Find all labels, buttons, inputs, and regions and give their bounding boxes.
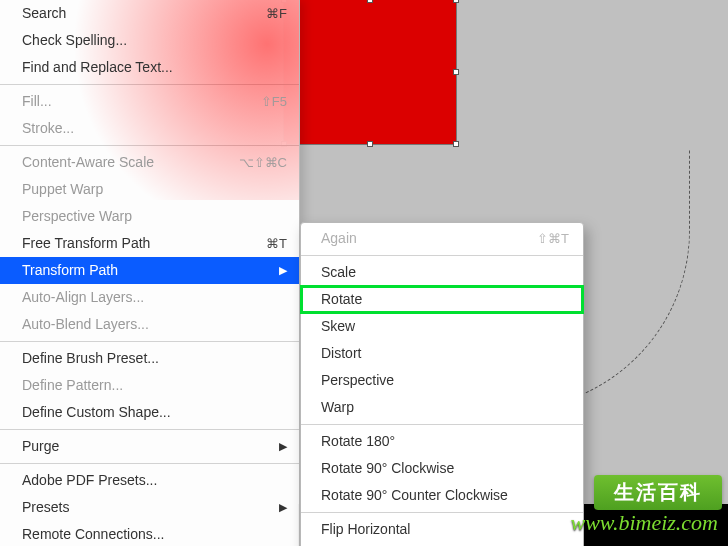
menu-shortcut: ⇧⌘T (537, 229, 569, 248)
watermark-url: www.bimeiz.com (571, 510, 718, 536)
submenu-arrow-icon: ▶ (271, 261, 287, 280)
submenu-item-distort[interactable]: Distort (301, 340, 583, 367)
menu-label: Perspective (321, 371, 394, 390)
menu-label: Rotate 90° Counter Clockwise (321, 486, 508, 505)
menu-label: Scale (321, 263, 356, 282)
menu-shortcut: ⌥⇧⌘C (239, 153, 287, 172)
menu-shortcut: ⌘T (266, 234, 287, 253)
menu-label: Puppet Warp (22, 180, 103, 199)
menu-item-adobe-pdf-presets[interactable]: Adobe PDF Presets... (0, 467, 299, 494)
menu-label: Content-Aware Scale (22, 153, 154, 172)
menu-item-fill: Fill... ⇧F5 (0, 88, 299, 115)
menu-separator (301, 512, 583, 513)
submenu-item-perspective[interactable]: Perspective (301, 367, 583, 394)
menu-item-content-aware-scale: Content-Aware Scale ⌥⇧⌘C (0, 149, 299, 176)
submenu-item-scale[interactable]: Scale (301, 259, 583, 286)
menu-label: Warp (321, 398, 354, 417)
submenu-arrow-icon: ▶ (271, 437, 287, 456)
selection-handle[interactable] (453, 0, 459, 3)
selection-handle[interactable] (367, 141, 373, 147)
watermark-badge-text: 生活百科 (614, 481, 702, 503)
selection-handle[interactable] (453, 141, 459, 147)
menu-item-auto-blend-layers: Auto-Blend Layers... (0, 311, 299, 338)
menu-label: Find and Replace Text... (22, 58, 173, 77)
submenu-item-skew[interactable]: Skew (301, 313, 583, 340)
submenu-item-rotate-180[interactable]: Rotate 180° (301, 428, 583, 455)
menu-item-perspective-warp: Perspective Warp (0, 203, 299, 230)
submenu-item-again: Again ⇧⌘T (301, 225, 583, 252)
menu-separator (0, 341, 299, 342)
edit-menu: Search ⌘F Check Spelling... Find and Rep… (0, 0, 300, 546)
menu-separator (0, 429, 299, 430)
menu-separator (301, 255, 583, 256)
submenu-arrow-icon: ▶ (271, 498, 287, 517)
menu-item-check-spelling[interactable]: Check Spelling... (0, 27, 299, 54)
menu-separator (0, 145, 299, 146)
menu-item-puppet-warp: Puppet Warp (0, 176, 299, 203)
menu-label: Purge (22, 437, 59, 456)
menu-label: Define Pattern... (22, 376, 123, 395)
menu-item-find-replace[interactable]: Find and Replace Text... (0, 54, 299, 81)
menu-label: Define Brush Preset... (22, 349, 159, 368)
menu-label: Flip Horizontal (321, 520, 410, 539)
menu-label: Skew (321, 317, 355, 336)
selection-handle[interactable] (453, 69, 459, 75)
menu-label: Auto-Blend Layers... (22, 315, 149, 334)
menu-separator (0, 84, 299, 85)
menu-label: Auto-Align Layers... (22, 288, 144, 307)
menu-shortcut: ⇧F5 (261, 92, 287, 111)
menu-item-free-transform-path[interactable]: Free Transform Path ⌘T (0, 230, 299, 257)
red-shape-front[interactable] (284, 0, 456, 144)
menu-label: Search (22, 4, 66, 23)
submenu-item-flip-horizontal[interactable]: Flip Horizontal (301, 516, 583, 543)
menu-label: Adobe PDF Presets... (22, 471, 157, 490)
menu-label: Rotate 90° Clockwise (321, 459, 454, 478)
menu-label: Remote Connections... (22, 525, 164, 544)
menu-item-transform-path[interactable]: Transform Path ▶ (0, 257, 299, 284)
menu-item-define-brush-preset[interactable]: Define Brush Preset... (0, 345, 299, 372)
watermark-badge: 生活百科 (594, 475, 722, 510)
menu-label: Define Custom Shape... (22, 403, 171, 422)
menu-label: Fill... (22, 92, 52, 111)
menu-label: Rotate 180° (321, 432, 395, 451)
submenu-item-rotate-90-ccw[interactable]: Rotate 90° Counter Clockwise (301, 482, 583, 509)
menu-label: Again (321, 229, 357, 248)
submenu-item-rotate-90-cw[interactable]: Rotate 90° Clockwise (301, 455, 583, 482)
menu-label: Perspective Warp (22, 207, 132, 226)
menu-item-purge[interactable]: Purge ▶ (0, 433, 299, 460)
menu-item-define-pattern: Define Pattern... (0, 372, 299, 399)
menu-shortcut: ⌘F (266, 4, 287, 23)
menu-separator (0, 463, 299, 464)
menu-separator (301, 424, 583, 425)
menu-label: Transform Path (22, 261, 118, 280)
selection-handle[interactable] (367, 0, 373, 3)
submenu-item-rotate[interactable]: Rotate (301, 286, 583, 313)
menu-label: Check Spelling... (22, 31, 127, 50)
menu-item-remote-connections[interactable]: Remote Connections... (0, 521, 299, 546)
menu-label: Stroke... (22, 119, 74, 138)
menu-item-define-custom-shape[interactable]: Define Custom Shape... (0, 399, 299, 426)
menu-item-search[interactable]: Search ⌘F (0, 0, 299, 27)
menu-label: Presets (22, 498, 69, 517)
transform-path-submenu: Again ⇧⌘T Scale Rotate Skew Distort Pers… (300, 222, 584, 546)
menu-item-presets[interactable]: Presets ▶ (0, 494, 299, 521)
menu-item-auto-align-layers: Auto-Align Layers... (0, 284, 299, 311)
menu-item-stroke: Stroke... (0, 115, 299, 142)
menu-label: Distort (321, 344, 361, 363)
submenu-item-warp[interactable]: Warp (301, 394, 583, 421)
menu-label: Free Transform Path (22, 234, 150, 253)
menu-label: Rotate (321, 290, 362, 309)
